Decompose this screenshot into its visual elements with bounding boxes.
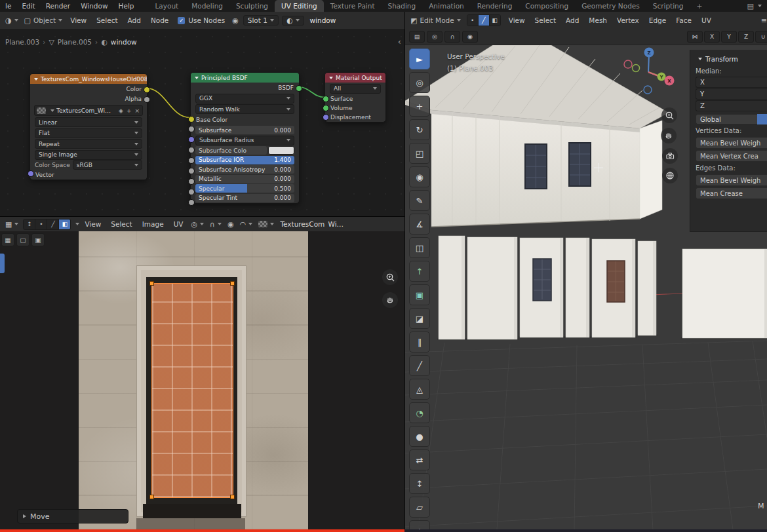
subsurface-color-socket[interactable] (188, 147, 195, 153)
subsurface-radius-socket[interactable] (188, 136, 195, 143)
vp-camera-button[interactable] (662, 148, 678, 164)
material-browse-dropdown[interactable]: ◐ (282, 16, 304, 26)
color-output-socket[interactable] (144, 86, 150, 93)
uv-face-select-icon[interactable]: ◧ (59, 219, 70, 229)
tool-shrink-fatten[interactable]: ↕ (409, 473, 430, 494)
scene-status-icon[interactable]: ▤ (747, 3, 754, 10)
gizmo-neg-y[interactable] (633, 65, 640, 72)
tool-extrude-region[interactable]: ↑ (409, 261, 430, 282)
uv-menu-image[interactable]: Image (138, 217, 168, 231)
tab-uv-editing[interactable]: UV Editing (275, 0, 324, 12)
tab-compositing[interactable]: Compositing (519, 0, 575, 12)
shader-menu-node[interactable]: Node (146, 13, 173, 28)
pivot-point-icon[interactable]: ◎ (427, 31, 442, 43)
breadcrumb-material[interactable]: window (111, 38, 137, 46)
gizmo-neg-z[interactable] (644, 86, 652, 94)
viewport-options-icon[interactable]: ≡ (758, 16, 767, 25)
source-dropdown[interactable]: Single Image (35, 150, 142, 160)
uv-vertex-dot[interactable] (230, 495, 235, 499)
uv-zoom-button[interactable] (382, 269, 398, 285)
tool-measure[interactable]: ∡ (409, 214, 430, 235)
navigation-gizmo[interactable]: Z Y X (618, 43, 680, 105)
image-thumbnail-icon[interactable] (37, 107, 46, 114)
output-node-header[interactable]: Material Output (325, 73, 385, 83)
uv-menu-uv[interactable]: UV (169, 217, 188, 231)
tab-sculpting[interactable]: Sculpting (229, 0, 275, 12)
falloff-icon[interactable]: ◠ (237, 220, 256, 229)
displacement-input-socket[interactable] (323, 114, 329, 121)
use-nodes-checkbox[interactable]: ✓ Use Nodes (174, 16, 229, 24)
tool-loop-cut[interactable]: ∥ (409, 332, 430, 352)
mean-vertex-crease-field[interactable]: Mean Vertex Crea (696, 150, 767, 162)
unlink-image-icon[interactable]: × (134, 107, 140, 114)
distribution-dropdown[interactable]: GGX (195, 94, 294, 104)
subsurface-slider[interactable]: Subsurface0.000 (195, 126, 294, 134)
vertices-mean-bevel-weight-field[interactable]: Mean Bevel Weigh (696, 137, 767, 149)
transform-orientation-icon[interactable]: ▤ (409, 31, 425, 43)
material-name[interactable]: window (306, 16, 340, 24)
pin-icon[interactable]: ◉ (229, 16, 241, 25)
vp-menu-face[interactable]: Face (671, 13, 696, 28)
gizmo-neg-x[interactable] (624, 60, 632, 68)
global-lock-toggle[interactable] (757, 114, 767, 124)
extension-dropdown[interactable]: Repeat (35, 139, 142, 149)
bsdf-node-header[interactable]: Principled BSDF (191, 73, 299, 83)
uv-selected-face[interactable] (151, 283, 233, 498)
uv-active-tool-strip[interactable] (0, 254, 5, 273)
menu-window[interactable]: Window (75, 0, 113, 12)
tab-animation[interactable]: Animation (422, 0, 471, 12)
tool-shear[interactable]: ▱ (409, 497, 430, 518)
tool-smooth[interactable]: ● (409, 426, 430, 447)
tool-add-cube[interactable]: ◫ (409, 237, 430, 258)
tool-move[interactable]: + (409, 96, 430, 117)
base-color-input-socket[interactable] (188, 116, 195, 123)
snap-magnet-icon[interactable]: ∪ (755, 31, 767, 43)
median-y-field[interactable]: Y (696, 88, 767, 100)
specular-socket[interactable] (188, 189, 195, 195)
tool-edge-slide[interactable]: ⇄ (409, 449, 430, 470)
mirror-z-button[interactable]: Z (738, 31, 754, 43)
proportional-edit-icon[interactable]: ◉ (225, 220, 237, 229)
snap-toggle-icon[interactable]: ∩ (444, 31, 460, 43)
slot-dropdown[interactable]: Slot 1 (243, 15, 279, 26)
pivot-point-icon[interactable]: ◎ (189, 220, 207, 229)
fake-user-icon[interactable]: ◈ (118, 107, 124, 114)
tab-rendering[interactable]: Rendering (471, 0, 519, 12)
uv-edge-select-icon[interactable]: ╱ (47, 219, 59, 229)
mirror-x-button[interactable]: X (704, 31, 720, 43)
subsurface-ior-slider[interactable]: Subsurface IOR1.400 (195, 156, 294, 164)
vertex-select-icon[interactable]: • (467, 15, 479, 26)
subsurface-radius-field[interactable]: Subsurface Radius (195, 136, 294, 145)
tab-scripting[interactable]: Scripting (646, 0, 690, 12)
mode-dropdown[interactable]: ◩ Edit Mode (408, 16, 463, 25)
tool-poly-build[interactable]: ◬ (409, 379, 430, 400)
region-collapse-arrow[interactable]: ‹ (398, 37, 401, 47)
tool-bevel[interactable]: ◪ (409, 308, 430, 329)
editor-type-button[interactable]: ◑ (3, 16, 21, 25)
metallic-socket[interactable] (188, 178, 195, 185)
breadcrumb-object[interactable]: Plane.003 (5, 38, 39, 46)
uv-display-icon-1[interactable]: ▦ (1, 233, 14, 246)
mirror-icon[interactable]: ⋈ (687, 31, 703, 43)
uv-pan-button[interactable] (382, 292, 398, 308)
vp-menu-select[interactable]: Select (530, 13, 560, 28)
uv-image-name[interactable]: TexturesCom_Wi… (277, 220, 346, 228)
subsurface-ior-socket[interactable] (188, 157, 195, 164)
face-select-icon[interactable]: ◧ (490, 15, 500, 26)
breadcrumb-mesh[interactable]: Plane.005 (58, 38, 92, 46)
menu-edit[interactable]: Edit (16, 0, 40, 12)
median-x-field[interactable]: X (696, 77, 767, 88)
shader-mode-dropdown[interactable]: ▢ Object (22, 16, 66, 25)
transform-panel-header[interactable]: Transform (690, 53, 767, 65)
interpolation-dropdown[interactable]: Linear (35, 117, 142, 127)
tool-inset-faces[interactable]: ▣ (409, 284, 430, 305)
shader-menu-add[interactable]: Add (123, 13, 146, 28)
specular-slider[interactable]: Specular0.500 (195, 184, 294, 193)
proportional-edit-icon[interactable]: ◉ (462, 31, 478, 43)
uv-editor-type-button[interactable]: ▦ (3, 220, 21, 229)
uv-vertex-dot[interactable] (149, 495, 154, 499)
metallic-slider[interactable]: Metallic0.000 (195, 175, 294, 183)
vp-menu-uv[interactable]: UV (697, 13, 716, 28)
vp-zoom-button[interactable] (661, 107, 677, 123)
subsurface-color-swatch[interactable] (268, 146, 294, 155)
